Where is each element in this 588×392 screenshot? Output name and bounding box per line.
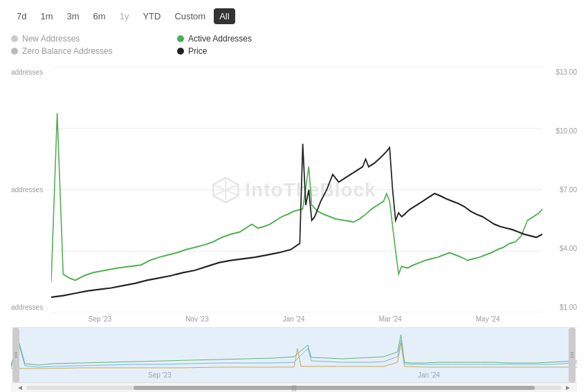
legend-item-price: Price: [177, 46, 343, 56]
y-axis-right-label: $13.00: [542, 68, 577, 76]
scrollbar[interactable]: ◄ ||| ►: [11, 382, 577, 392]
time-btn-1y[interactable]: 1y: [114, 8, 135, 24]
mini-x-axis: Sep '23Jan '24: [11, 371, 577, 379]
y-label-bot: addresses: [11, 304, 51, 311]
x-axis-label: Nov '23: [185, 315, 209, 323]
y-axis-left: addresses addresses addresses: [11, 67, 51, 312]
mini-handle-right[interactable]: [569, 328, 576, 382]
time-btn-6m[interactable]: 6m: [88, 8, 111, 24]
legend-item-new-addresses: New Addresses: [11, 34, 177, 44]
mini-x-label: Jan '24: [418, 371, 440, 379]
time-btn-1m[interactable]: 1m: [35, 8, 58, 24]
mini-chart-svg: [11, 328, 577, 369]
y-label-mid: addresses: [11, 186, 51, 194]
y-axis-right: $13.00$10.00$7.00$4.00$1.00: [542, 67, 577, 312]
time-range-selector: 7d1m3m6m1yYTDCustomAll: [11, 8, 577, 24]
scroll-left-arrow[interactable]: ◄: [14, 384, 26, 391]
y-axis-right-label: $1.00: [542, 304, 577, 311]
main-chart-svg: [51, 67, 542, 312]
scroll-right-arrow[interactable]: ►: [562, 384, 574, 391]
y-axis-right-label: $4.00: [542, 245, 577, 252]
time-btn-3m[interactable]: 3m: [62, 8, 85, 24]
scroll-center-handle[interactable]: |||: [288, 384, 299, 391]
x-axis-label: Mar '24: [379, 315, 402, 323]
legend-item-zero-balance-addresses: Zero Balance Addresses: [11, 46, 177, 56]
y-label-top: addresses: [11, 68, 51, 76]
x-axis-label: May '24: [476, 315, 500, 323]
legend-dot: [177, 35, 184, 42]
chart-legend: New AddressesActive AddressesZero Balanc…: [11, 34, 577, 56]
x-axis: Sep '23Nov '23Jan '24Mar '24May '24: [11, 312, 577, 326]
y-axis-right-label: $7.00: [542, 186, 577, 194]
mini-chart-wrapper: Sep '23Jan '24: [11, 327, 577, 382]
legend-label: Price: [188, 46, 207, 56]
legend-label: Active Addresses: [188, 34, 252, 44]
scrollbar-thumb[interactable]: [134, 386, 535, 390]
main-container: 7d1m3m6m1yYTDCustomAll New AddressesActi…: [0, 0, 588, 392]
legend-dot: [177, 48, 184, 55]
y-axis-right-label: $10.00: [542, 127, 577, 135]
legend-label: New Addresses: [22, 34, 80, 44]
time-btn-ytd[interactable]: YTD: [137, 8, 166, 24]
x-axis-label: Jan '24: [283, 315, 305, 323]
time-btn-custom[interactable]: Custom: [169, 8, 211, 24]
time-btn-7d[interactable]: 7d: [11, 8, 32, 24]
legend-item-active-addresses: Active Addresses: [177, 34, 343, 44]
main-chart: addresses addresses addresses $13.00$10.…: [11, 67, 577, 312]
legend-dot: [11, 35, 18, 42]
chart-area: addresses addresses addresses $13.00$10.…: [11, 67, 577, 392]
x-axis-label: Sep '23: [89, 315, 112, 323]
legend-dot: [11, 48, 18, 55]
mini-x-label: Sep '23: [148, 371, 172, 379]
legend-label: Zero Balance Addresses: [22, 46, 113, 56]
mini-handle-left[interactable]: [12, 328, 19, 382]
time-btn-all[interactable]: All: [214, 8, 235, 24]
